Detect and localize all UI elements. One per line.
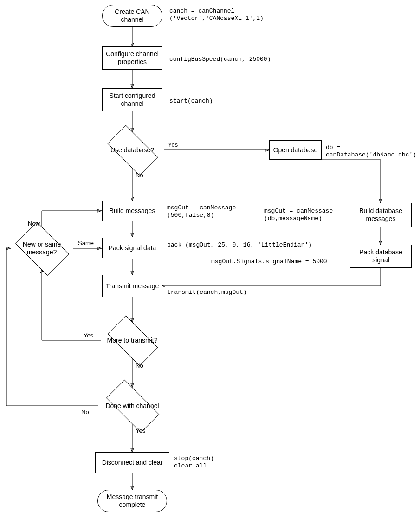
edge-label-usedb-no: No <box>136 172 143 179</box>
node-label: Start configured channel <box>104 92 160 108</box>
node-label: Build database messages <box>352 207 409 223</box>
node-label: Disconnect and clear <box>102 459 163 467</box>
code-create: canch = canChannel ('Vector','CANcaseXL … <box>169 7 264 23</box>
node-label: Configure channel properties <box>104 50 160 66</box>
code-build-msg: msgOut = canMessage (500,false,8) <box>167 204 236 220</box>
node-label: Use database? <box>110 146 154 154</box>
node-build-db-messages: Build database messages <box>350 203 412 227</box>
code-configure: configBusSpeed(canch, 25000) <box>169 56 271 63</box>
node-create-can-channel: Create CAN channel <box>102 5 162 27</box>
node-label: Open database <box>273 146 318 154</box>
node-label: Message transmit complete <box>100 493 165 509</box>
node-label: New or same message? <box>14 240 70 256</box>
node-label: Done with channel <box>105 402 159 410</box>
node-disconnect-clear: Disconnect and clear <box>95 452 169 473</box>
code-disconnect: stop(canch) clear all <box>174 455 214 470</box>
edge-label-usedb-yes: Yes <box>168 141 178 148</box>
code-pack-db-sig: msgOut.Signals.signalName = 5000 <box>211 258 327 266</box>
node-start-channel: Start configured channel <box>102 88 162 111</box>
code-open-db: db = canDatabase('dbName.dbc') <box>326 144 416 159</box>
edge-label-neworsame-new: New <box>28 220 40 227</box>
edge-label-more-no: No <box>136 362 143 369</box>
node-label: Transmit message <box>106 282 159 290</box>
node-build-messages: Build messages <box>102 201 162 221</box>
node-open-database: Open database <box>269 140 322 160</box>
node-label: Pack signal data <box>109 244 156 252</box>
edge-label-done-no: No <box>81 409 89 415</box>
edge-label-more-yes: Yes <box>84 332 93 339</box>
node-label: Build messages <box>110 207 155 215</box>
code-transmit: transmit(canch,msgOut) <box>167 289 247 296</box>
edge-label-neworsame-same: Same <box>78 240 94 247</box>
node-configure-channel: Configure channel properties <box>102 46 162 70</box>
code-start: start(canch) <box>169 97 213 105</box>
node-message-transmit-complete: Message transmit complete <box>97 490 167 512</box>
node-label: Pack database signal <box>352 248 409 264</box>
node-label: More to transmit? <box>107 337 158 344</box>
node-label: Create CAN channel <box>104 8 160 24</box>
edge-label-done-yes: Yes <box>136 427 145 434</box>
node-pack-db-signal: Pack database signal <box>350 245 412 268</box>
code-pack-sig: pack (msgOut, 25, 0, 16, 'LittleEndian') <box>167 241 312 249</box>
node-transmit-message: Transmit message <box>102 275 162 297</box>
node-pack-signal: Pack signal data <box>102 238 162 258</box>
code-build-db-msg: msgOut = canMessase (db,messageName) <box>264 208 333 223</box>
